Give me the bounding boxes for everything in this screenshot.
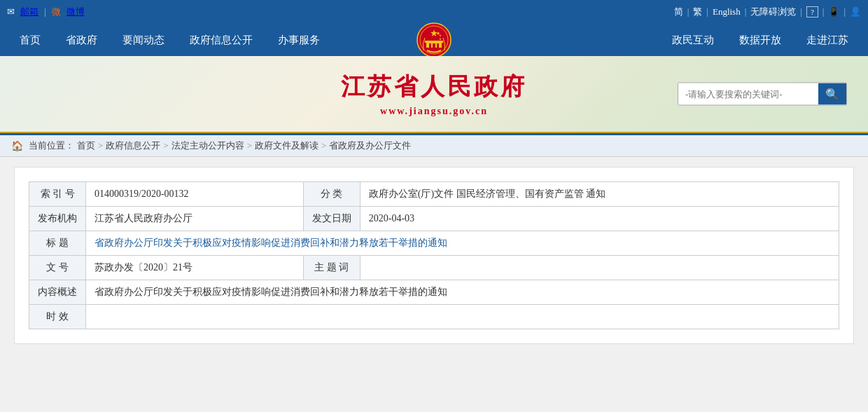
nav-data[interactable]: 数据开放 (727, 24, 794, 56)
sep5: | (800, 6, 802, 18)
date-label: 发文日期 (303, 207, 360, 231)
summary-value: 省政府办公厅印发关于积极应对疫情影响促进消费回补和潜力释放若干举措的通知 (86, 280, 839, 305)
breadcrumb-bar: 🏠 当前位置： 首页 > 政府信息公开 > 法定主动公开内容 > 政府文件及解读… (0, 135, 868, 157)
content-area: 索 引 号 014000319/2020-00132 分 类 政府办公室(厅)文… (14, 167, 854, 344)
nav-home[interactable]: 首页 (7, 24, 53, 56)
national-emblem (416, 22, 451, 57)
main-nav: 首页 省政府 要闻动态 政府信息公开 办事服务 政民互 (0, 24, 868, 56)
breadcrumb-legal[interactable]: 法定主动公开内容 (172, 139, 244, 152)
nav-info[interactable]: 政府信息公开 (177, 24, 265, 56)
nav-interaction[interactable]: 政民互动 (659, 24, 727, 56)
breadcrumb-govinfo[interactable]: 政府信息公开 (106, 139, 160, 152)
doc-no-label: 文 号 (29, 256, 86, 280)
url-suffix: .gov.cn (449, 106, 488, 116)
bc-sep2: > (163, 140, 168, 151)
search-button[interactable]: 🔍 (818, 83, 846, 105)
svg-rect-4 (429, 43, 431, 48)
accessibility-link[interactable]: 无障碍浏览 (750, 6, 796, 18)
doc-no-value: 苏政办发〔2020〕21号 (86, 256, 304, 280)
nav-service[interactable]: 办事服务 (265, 24, 332, 56)
sep6: | (822, 6, 825, 18)
sep7: | (844, 6, 846, 18)
user-icon[interactable]: 👤 (850, 6, 861, 18)
bc-sep1: > (98, 140, 103, 151)
validity-value (86, 305, 839, 329)
weibo-icon: 微 (52, 6, 61, 18)
top-bar-right: 简 | 繁 | English | 无障碍浏览 | ? | 📱 | 👤 (674, 6, 861, 18)
bc-sep3: > (247, 140, 252, 151)
url-brand: jiangsu (409, 106, 449, 116)
table-row-validity: 时 效 (29, 305, 839, 329)
category-label: 分 类 (303, 182, 360, 207)
mail-icon: ✉ (7, 6, 15, 18)
breadcrumb-current: 省政府及办公厅文件 (329, 139, 411, 152)
table-row-publisher: 发布机构 江苏省人民政府办公厅 发文日期 2020-04-03 (29, 207, 839, 231)
banner-title: 江苏省人民政府 (341, 71, 527, 103)
doc-info-table: 索 引 号 014000319/2020-00132 分 类 政府办公室(厅)文… (29, 181, 839, 329)
sep3: | (706, 6, 708, 18)
top-bar: ✉ 邮箱 | 微 微博 简 | 繁 | English | 无障碍浏览 | ? … (0, 0, 868, 24)
table-row-docno: 文 号 苏政办发〔2020〕21号 主 题 词 (29, 256, 839, 280)
search-input[interactable] (678, 85, 818, 104)
nav-gov[interactable]: 省政府 (53, 24, 110, 56)
validity-label: 时 效 (29, 305, 86, 329)
search-box[interactable]: 🔍 (678, 83, 847, 106)
breadcrumb-home[interactable]: 首页 (77, 139, 95, 152)
keywords-value (360, 256, 839, 280)
sep2: | (687, 6, 690, 18)
breadcrumb-label: 当前位置： (29, 139, 74, 152)
mobile-icon[interactable]: 📱 (828, 6, 839, 18)
table-row-title: 标 题 省政府办公厅印发关于积极应对疫情影响促进消费回补和潜力释放若干举措的通知 (29, 231, 839, 256)
svg-rect-5 (433, 43, 435, 48)
publisher-label: 发布机构 (29, 207, 86, 231)
mail-link[interactable]: 邮箱 (20, 6, 38, 18)
nav-news[interactable]: 要闻动态 (110, 24, 177, 56)
index-value: 014000319/2020-00132 (86, 182, 304, 207)
lang-simple-link[interactable]: 简 (674, 6, 683, 18)
keywords-label: 主 题 词 (303, 256, 360, 280)
sep1: | (44, 6, 46, 18)
title-value: 省政府办公厅印发关于积极应对疫情影响促进消费回补和潜力释放若干举措的通知 (86, 231, 839, 256)
nav-right-items: 政民互动 数据开放 走进江苏 (659, 24, 861, 56)
date-value: 2020-04-03 (360, 207, 839, 231)
sep4: | (745, 6, 747, 18)
summary-label: 内容概述 (29, 280, 86, 305)
url-prefix: www. (380, 106, 409, 116)
category-value: 政府办公室(厅)文件 国民经济管理、国有资产监管 通知 (360, 182, 839, 207)
home-icon: 🏠 (11, 140, 23, 152)
publisher-value: 江苏省人民政府办公厅 (86, 207, 304, 231)
banner-text-area: 江苏省人民政府 www.jiangsu.gov.cn (341, 71, 527, 117)
table-row-index: 索 引 号 014000319/2020-00132 分 类 政府办公室(厅)文… (29, 182, 839, 207)
svg-rect-3 (425, 41, 443, 43)
svg-rect-6 (437, 43, 439, 48)
lang-english-link[interactable]: English (713, 6, 741, 18)
top-bar-left: ✉ 邮箱 | 微 微博 (7, 6, 85, 18)
weibo-link[interactable]: 微博 (66, 6, 85, 18)
title-label: 标 题 (29, 231, 86, 256)
nav-left-items: 首页 省政府 要闻动态 政府信息公开 办事服务 (7, 24, 332, 56)
breadcrumb-docs[interactable]: 政府文件及解读 (255, 139, 318, 152)
help-icon[interactable]: ? (806, 6, 818, 18)
index-label: 索 引 号 (29, 182, 86, 207)
nav-jiangsu[interactable]: 走进江苏 (794, 24, 861, 56)
lang-traditional-link[interactable]: 繁 (693, 6, 702, 18)
banner: 江苏省人民政府 www.jiangsu.gov.cn 🔍 (0, 56, 868, 133)
banner-url: www.jiangsu.gov.cn (341, 106, 527, 117)
nav-logo-area (416, 22, 451, 57)
table-row-summary: 内容概述 省政府办公厅印发关于积极应对疫情影响促进消费回补和潜力释放若干举措的通… (29, 280, 839, 305)
bc-sep4: > (321, 140, 326, 151)
